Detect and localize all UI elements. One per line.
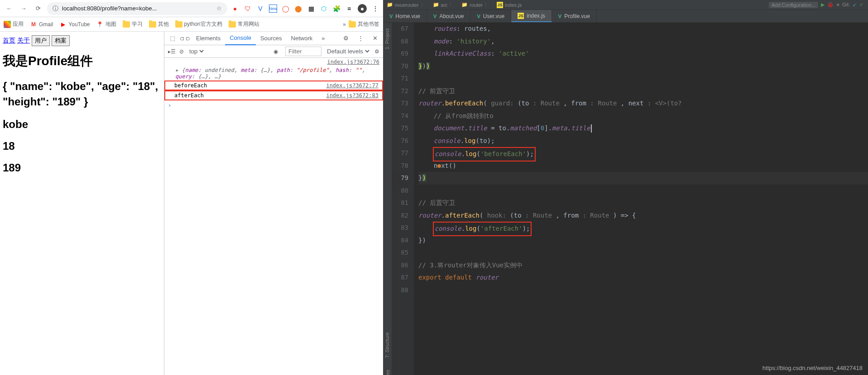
breadcrumb-item[interactable]: JSindex.js (493, 1, 525, 8)
kebab-icon[interactable]: ⋮ (354, 32, 367, 45)
project-tool-label[interactable]: 1: Project (385, 28, 390, 49)
gear-icon[interactable]: ⚙ (374, 48, 379, 55)
ext-icon-6[interactable]: ⬤ (294, 5, 302, 13)
filter-input[interactable] (285, 47, 321, 56)
close-icon[interactable]: ✕ (369, 32, 381, 45)
url-bar[interactable]: ⓘ localhost:8080/profile?name=kobe... ☆ (47, 2, 227, 15)
device-icon[interactable]: ⫏⫐ (179, 32, 192, 45)
breadcrumb-item[interactable]: 📁nvuerouter 〉 (383, 1, 429, 8)
code-line-88[interactable] (418, 284, 868, 297)
console-prompt[interactable]: › (164, 100, 383, 110)
nav-about-link[interactable]: 关于 (17, 37, 30, 45)
archive-button[interactable]: 档案 (52, 35, 70, 46)
file-tab-Profile-vue[interactable]: VProfile.vue (552, 10, 597, 22)
code-line-73[interactable]: router.beforeEach( guard: (to : Route , … (418, 97, 868, 110)
eye-icon[interactable]: ◉ (273, 48, 282, 55)
breadcrumb-item[interactable]: 📁router 〉 (458, 1, 493, 8)
bookmark-item[interactable]: MGmail (30, 20, 53, 28)
devtools-tab-sources[interactable]: Sources (256, 32, 287, 45)
file-tab-Home-vue[interactable]: VHome.vue (383, 10, 427, 22)
code-line-79[interactable]: }) (418, 172, 868, 185)
user-button[interactable]: 用户 (32, 35, 50, 46)
inspect-icon[interactable]: ⬚ (166, 32, 179, 45)
ext-icon-2[interactable]: 🛡 (244, 5, 252, 13)
code-line-69[interactable]: linkActiveClass: 'active' (418, 47, 868, 60)
code-line-86[interactable]: // 3.将router对象传入Vue实例中 (418, 259, 868, 272)
code-line-85[interactable] (418, 247, 868, 259)
log-object[interactable]: ▸ {name: undefined, meta: {…}, path: "/p… (164, 66, 383, 81)
favorites-tool-label[interactable]: es (385, 370, 390, 375)
structure-tool-label[interactable]: 7: Structure (385, 332, 390, 358)
bookmark-item[interactable]: python官方文档 (175, 20, 222, 28)
menu-icon[interactable]: ⋮ (371, 5, 379, 13)
code-line-87[interactable]: export default router (418, 271, 868, 284)
vue-icon: V (558, 14, 561, 19)
file-tab-About-vue[interactable]: VAbout.vue (427, 10, 470, 22)
breadcrumb-item[interactable]: 📁src 〉 (429, 1, 458, 8)
code-editor[interactable]: 6768697071727374757677787980818283848586… (392, 23, 868, 375)
code-line-71[interactable] (418, 72, 868, 85)
profile-icon[interactable]: ● (358, 4, 367, 13)
devtools-tab-console[interactable]: Console (225, 32, 256, 45)
code-line-72[interactable]: // 前置守卫 (418, 85, 868, 98)
bookmark-item[interactable]: 📍地图 (96, 20, 116, 28)
chevron-right-icon[interactable]: » (343, 21, 346, 28)
log-source-link[interactable]: index.js?3672:83 (326, 92, 379, 99)
back-button[interactable]: ← (4, 3, 14, 14)
bookmark-item[interactable]: 常用网站 (229, 20, 259, 28)
star-icon[interactable]: ☆ (216, 5, 222, 12)
code-area[interactable]: routes: routes, mode: 'history', linkAct… (414, 23, 868, 375)
file-tab-index-js[interactable]: JSindex.js (511, 10, 552, 22)
run-icon[interactable]: ▶ (821, 2, 825, 8)
bookmark-item[interactable]: ▶YouTube (59, 20, 90, 28)
source-link[interactable]: index.js?3672:76 (327, 59, 379, 65)
devtools-tab-network[interactable]: Network (287, 32, 317, 45)
code-line-81[interactable]: // 后置守卫 (418, 197, 868, 209)
ext-icon-7[interactable]: ▦ (307, 5, 315, 13)
ide-breadcrumbs: 📁nvuerouter 〉📁src 〉📁router 〉JSindex.js A… (383, 0, 868, 10)
code-line-70[interactable]: })) (418, 60, 868, 73)
value-height: 189 (3, 161, 161, 174)
ext-icon-1[interactable]: ● (231, 5, 239, 13)
apps-bookmark[interactable]: 应用 (4, 20, 24, 28)
nav-home-link[interactable]: 首页 (3, 37, 15, 45)
forward-button[interactable]: → (18, 3, 29, 14)
git-pull-icon[interactable]: ↙ (853, 2, 857, 8)
devtools-tab-elements[interactable]: Elements (192, 32, 225, 45)
other-bookmarks[interactable]: 其他书签 (349, 20, 379, 28)
code-line-82[interactable]: router.afterEach( hook: (to : Route , fr… (418, 209, 868, 222)
reading-list-icon[interactable]: ≡ (345, 5, 353, 13)
run-config-button[interactable]: Add Configuration... (769, 2, 818, 8)
folder-icon (149, 21, 156, 28)
context-select[interactable]: top (187, 47, 205, 55)
code-line-76[interactable]: console.log(to); (418, 135, 868, 147)
ext-icon-8[interactable]: ⬡ (320, 5, 328, 13)
bookmark-item[interactable]: 其他 (149, 20, 169, 28)
log-source-link[interactable]: index.js?3672:77 (326, 82, 379, 89)
clear-icon[interactable]: ⊘ (179, 48, 184, 55)
code-line-67[interactable]: routes: routes, (418, 23, 868, 35)
code-line-77[interactable]: console.log('beforeEach'); (418, 147, 868, 160)
ext-icon-5[interactable]: ◯ (282, 5, 290, 13)
code-line-74[interactable]: // 从from跳转到to (418, 110, 868, 123)
settings-icon[interactable]: ⚙ (340, 32, 352, 45)
devtools-panel: ⬚ ⫏⫐ ElementsConsoleSourcesNetwork » ⚙ ⋮… (164, 32, 383, 375)
extensions-icon[interactable]: 🧩 (332, 5, 340, 13)
ext-icon-4[interactable]: New (269, 5, 277, 13)
reload-button[interactable]: ⟳ (33, 3, 43, 14)
code-line-68[interactable]: mode: 'history', (418, 35, 868, 48)
debug-icon[interactable]: 🐞 (827, 2, 834, 8)
ext-icon-3[interactable]: V (256, 5, 264, 13)
code-line-83[interactable]: console.log('afterEach'); (418, 222, 868, 234)
code-line-78[interactable]: nxt() (418, 160, 868, 172)
file-tab-User-vue[interactable]: VUser.vue (470, 10, 511, 22)
code-line-75[interactable]: document.title = to.matched[0].meta.titl… (418, 122, 868, 135)
git-commit-icon[interactable]: ✓ (859, 2, 863, 8)
sidebar-toggle-icon[interactable]: ▸☰ (168, 48, 176, 55)
bookmark-item[interactable]: 学习 (123, 20, 143, 28)
code-line-80[interactable] (418, 185, 868, 197)
levels-select[interactable]: Default levels (325, 47, 371, 55)
more-tabs-icon[interactable]: » (317, 32, 329, 45)
console-toolbar: ▸☰ ⊘ top ◉ Default levels ⚙ (164, 45, 383, 58)
code-line-84[interactable]: }) (418, 234, 868, 247)
